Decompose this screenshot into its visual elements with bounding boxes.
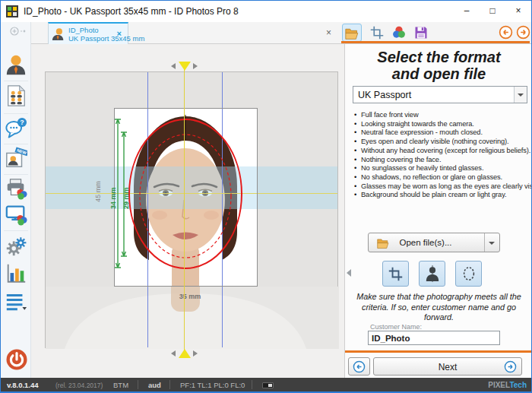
customer-name-label: Customer Name:	[370, 323, 422, 331]
criteria-item: Eyes open and clearly visible (nothing c…	[354, 138, 527, 147]
aud-label: aud	[148, 381, 161, 389]
color-adjust-button[interactable]	[389, 24, 409, 42]
criteria-item: No shadows, no reflection or glare on gl…	[354, 173, 527, 182]
width-measure-label: 35 mm	[167, 293, 213, 300]
photo-canvas: 34 mm 29 mm 45 mm 35 mm	[31, 44, 345, 378]
tab-title: ID_Photo	[68, 26, 99, 34]
panel-heading-line1: Select the format	[345, 49, 532, 65]
handle-arrow-right-icon	[193, 63, 198, 69]
format-panel: Select the format and open file UK Passp…	[345, 44, 532, 378]
workspace-close-icon[interactable]: ×	[326, 27, 331, 38]
chevron-down-icon	[518, 93, 524, 97]
crop-icon	[370, 26, 384, 40]
center-line[interactable]	[184, 69, 185, 351]
batch-document-icon[interactable]	[5, 84, 27, 107]
sidebar-separator	[4, 113, 28, 114]
release-date-label: (rel. 23.04.2017)	[55, 382, 103, 389]
handle-arrow-left-icon	[171, 350, 176, 357]
criteria-list: Full face front view Looking straight to…	[354, 111, 527, 200]
svg-text:34 mm: 34 mm	[109, 187, 117, 209]
counters-label: PF:1 TL:1 PL:0 FL:0	[180, 381, 245, 389]
toolbar-accent-line	[341, 41, 530, 43]
crop-tool-button[interactable]	[367, 24, 387, 42]
panel-heading: Select the format and open file	[345, 49, 532, 82]
open-folder-icon	[344, 27, 359, 40]
close-button[interactable]: ×	[505, 1, 531, 21]
handle-arrow-right-icon	[193, 350, 198, 357]
tab-close-icon[interactable]: ×	[117, 29, 122, 38]
minimize-button[interactable]: –	[454, 1, 480, 21]
next-button[interactable]: Next	[373, 357, 522, 376]
sidebar-separator	[4, 230, 28, 231]
statistics-chart-icon[interactable]	[5, 262, 27, 285]
menu-icon[interactable]	[5, 290, 27, 312]
sidebar-separator	[4, 81, 28, 81]
nav-forward-icon[interactable]	[516, 25, 530, 40]
title-bar: ID_Photo - UK Passport 35x45 mm - ID Pho…	[1, 1, 532, 22]
format-selected-value: UK Passport	[358, 90, 411, 100]
brand-logo: PIXELTech	[488, 381, 527, 389]
height-measure-label: 45 mm	[94, 181, 102, 202]
app-window: ID_Photo - UK Passport 35x45 mm - ID Pho…	[0, 0, 532, 393]
back-button[interactable]	[348, 357, 370, 376]
crop-mode-button[interactable]	[382, 261, 409, 287]
open-files-dropdown[interactable]	[484, 233, 499, 252]
open-tool-button[interactable]	[342, 24, 362, 42]
status-bar: v.8.0.1.44 (rel. 23.04.2017) BTM aud PF:…	[1, 378, 532, 393]
tab-person-icon	[52, 27, 65, 41]
panel-accent-line	[345, 350, 532, 353]
add-tab-icon[interactable]	[10, 26, 28, 36]
open-files-button[interactable]: Open file(s)...	[368, 233, 500, 252]
brand-pixel: PIXEL	[488, 381, 509, 389]
display-icon[interactable]	[5, 203, 27, 226]
maximize-button[interactable]: □	[480, 1, 505, 21]
criteria-item: Without any head covering (except for re…	[354, 147, 527, 156]
customer-icon[interactable]	[5, 53, 27, 76]
photo-work-area: 34 mm 29 mm 45 mm 35 mm	[45, 71, 338, 348]
svg-text:?: ?	[20, 119, 24, 126]
sidebar-separator	[4, 144, 28, 144]
status-divider	[169, 380, 170, 389]
color-wheel-icon	[391, 25, 407, 40]
customer-name-input[interactable]	[368, 331, 500, 345]
face-align-button[interactable]	[419, 261, 445, 287]
chevron-down-icon	[489, 242, 495, 245]
criteria-item: Looking straight towards the camera.	[354, 120, 527, 129]
tab-subtitle: UK Passport 35x45 mm	[68, 34, 144, 43]
handle-arrow-left-icon	[171, 63, 176, 69]
format-select[interactable]: UK Passport	[353, 86, 527, 103]
sidebar-separator	[4, 174, 28, 175]
criteria-item: Nothing covering the face.	[354, 156, 527, 165]
nav-back-icon[interactable]	[499, 25, 513, 40]
collapse-panel-icon[interactable]	[347, 269, 351, 277]
criteria-item: Neutral face expression - mouth closed.	[354, 128, 527, 138]
save-tool-button[interactable]	[411, 24, 431, 42]
crop-icon	[388, 267, 403, 281]
face-oval-button[interactable]	[455, 261, 482, 287]
next-arrow-icon	[504, 360, 517, 373]
format-select-arrow[interactable]	[514, 87, 527, 103]
brand-tech: Tech	[509, 381, 527, 389]
help-chat-icon[interactable]: ?	[5, 116, 27, 139]
face-guides-overlay: 34 mm 29 mm	[46, 72, 339, 349]
power-exit-icon[interactable]	[5, 347, 29, 372]
tab-id-photo[interactable]: ID_Photo UK Passport 35x45 mm ×	[48, 22, 128, 44]
open-files-label: Open file(s)...	[369, 238, 483, 247]
settings-gears-icon[interactable]	[5, 235, 27, 258]
status-divider	[138, 380, 138, 389]
criteria-item: Full face front view	[354, 111, 527, 120]
status-toggle[interactable]	[262, 382, 274, 388]
new-photo-icon[interactable]: NEW	[5, 147, 27, 170]
svg-text:29 mm: 29 mm	[122, 187, 130, 209]
bottom-crop-handle[interactable]	[179, 349, 191, 358]
sidebar: ? NEW	[1, 22, 31, 378]
version-label: v.8.0.1.44	[7, 381, 39, 389]
window-title: ID_Photo - UK Passport 35x45 mm - ID Pho…	[24, 6, 239, 17]
status-divider	[252, 380, 252, 389]
criteria-item: No sunglasses or heavily tinted glasses.	[354, 164, 527, 173]
instruction-note: Make sure that the photography meets all…	[353, 292, 524, 323]
print-icon[interactable]	[5, 177, 27, 200]
save-icon	[414, 26, 428, 40]
top-crop-handle[interactable]	[179, 62, 191, 71]
person-silhouette-icon	[425, 265, 440, 282]
